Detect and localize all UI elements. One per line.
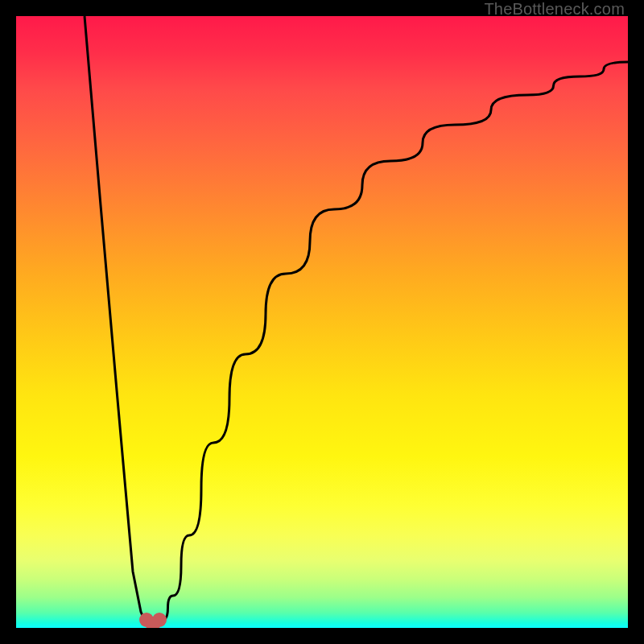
left-branch-path bbox=[85, 16, 148, 625]
plot-area bbox=[16, 16, 628, 628]
curve-group bbox=[85, 16, 628, 625]
u-marker-group bbox=[139, 613, 167, 628]
right-branch-path bbox=[158, 62, 628, 625]
curve-svg bbox=[16, 16, 628, 628]
watermark-text: TheBottleneck.com bbox=[484, 0, 625, 19]
chart-container: TheBottleneck.com bbox=[0, 0, 644, 644]
